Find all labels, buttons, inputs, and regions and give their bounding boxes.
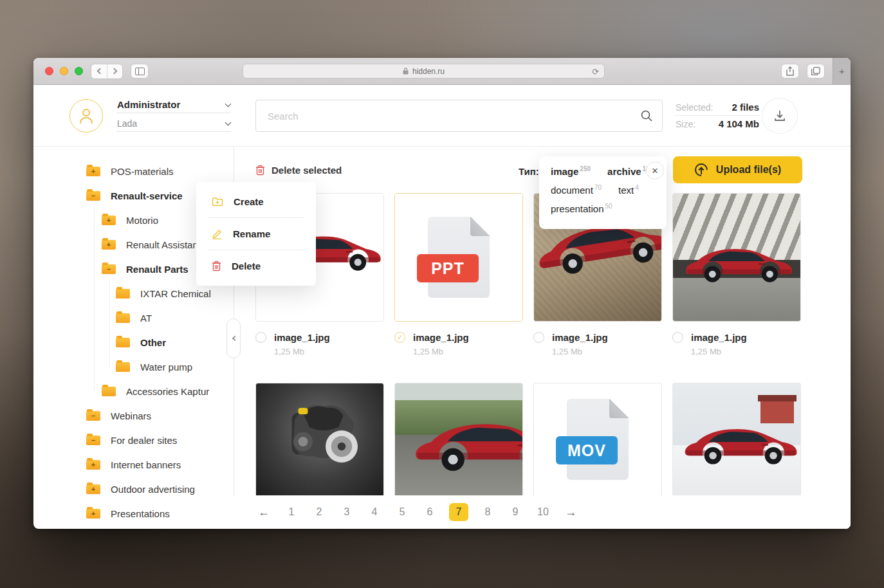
next-page-button[interactable]: → xyxy=(562,503,579,521)
mov-file-thumbnail: MOV xyxy=(534,383,661,495)
filter-image[interactable]: image250 xyxy=(551,165,591,177)
collapse-minus-icon: – xyxy=(86,436,100,445)
tab-overview-button[interactable] xyxy=(807,64,825,78)
file-size: 1,25 Mb xyxy=(552,347,662,356)
sidebar-item-at[interactable]: AT xyxy=(33,306,234,330)
window-controls xyxy=(45,67,83,75)
sidebar-toggle-button[interactable] xyxy=(131,64,149,78)
role-dropdown[interactable]: Administrator xyxy=(117,99,230,113)
url-text: hidden.ru xyxy=(412,67,445,76)
search-input[interactable] xyxy=(255,100,663,132)
file-checkbox-checked[interactable]: ✓ xyxy=(394,332,405,343)
sidebar-item-water-pump[interactable]: Water pump xyxy=(33,354,234,379)
share-button[interactable] xyxy=(781,64,799,78)
filter-document[interactable]: document70 xyxy=(551,184,602,196)
chevron-left-icon xyxy=(232,336,237,341)
address-bar[interactable]: hidden.ru ⟳ xyxy=(243,64,605,78)
folder-icon xyxy=(116,313,130,323)
file-checkbox[interactable] xyxy=(255,332,266,343)
collapse-minus-icon: – xyxy=(102,264,116,274)
sidebar-item-pos-materials[interactable]: + POS-materials xyxy=(33,159,234,183)
folder-icon xyxy=(116,362,130,372)
ppt-file-thumbnail: PPT xyxy=(395,194,522,321)
brand-label: Lada xyxy=(117,118,137,129)
file-checkbox[interactable] xyxy=(533,332,544,343)
check-icon: ✓ xyxy=(397,333,403,342)
page-button-2[interactable]: 2 xyxy=(311,503,327,521)
context-menu-create[interactable]: Create xyxy=(196,186,316,217)
minimize-window-button[interactable] xyxy=(60,67,68,75)
forward-icon xyxy=(111,68,117,75)
upload-files-button[interactable]: Upload file(s) xyxy=(673,156,802,183)
folder-icon: – xyxy=(86,191,100,201)
folder-icon: – xyxy=(86,436,100,445)
selection-summary: Selected: 2 files Size: 4 104 Mb xyxy=(676,99,759,132)
expand-plus-icon: + xyxy=(102,240,116,250)
reload-button[interactable]: ⟳ xyxy=(592,67,599,77)
file-checkbox[interactable] xyxy=(672,332,683,343)
page-button-7-current[interactable]: 7 xyxy=(449,503,468,521)
search-icon[interactable] xyxy=(641,110,652,122)
type-filter-panel: image250 archive10 document70 text4 pres… xyxy=(539,156,667,229)
file-name: image_1.jpg xyxy=(552,332,608,343)
filter-text[interactable]: text4 xyxy=(618,184,639,196)
avatar[interactable] xyxy=(69,99,103,133)
collapse-minus-icon: – xyxy=(86,191,100,201)
lock-icon xyxy=(403,68,409,75)
sidebar-item-for-dealer-sites[interactable]: – For dealer sites xyxy=(33,428,234,452)
close-window-button[interactable] xyxy=(45,67,53,75)
trash-icon xyxy=(255,165,265,176)
document-icon: MOV xyxy=(567,399,629,480)
back-button[interactable] xyxy=(91,64,107,78)
tree-connector xyxy=(109,280,110,367)
selected-value: 2 files xyxy=(732,102,759,113)
mov-badge: MOV xyxy=(556,436,618,464)
folder-icon: + xyxy=(86,509,100,519)
page-button-1[interactable]: 1 xyxy=(283,503,300,521)
sidebar-item-other[interactable]: Other xyxy=(33,330,234,354)
new-tab-button[interactable]: + xyxy=(833,58,851,84)
download-selected-button[interactable] xyxy=(762,98,798,134)
prev-page-button[interactable]: ← xyxy=(255,503,272,521)
sidebar-item-presentations[interactable]: + Presentations xyxy=(33,501,234,526)
page-button-6[interactable]: 6 xyxy=(421,503,438,521)
sidebar-item-accessories-kaptur[interactable]: Accessories Kaptur xyxy=(33,379,234,403)
page-button-10[interactable]: 10 xyxy=(535,503,551,521)
search-box xyxy=(255,100,663,132)
context-menu-rename[interactable]: Rename xyxy=(196,218,316,250)
sidebar-item-webinars[interactable]: – Webinars xyxy=(33,403,234,428)
file-card[interactable] xyxy=(672,383,801,495)
folder-icon: + xyxy=(102,240,116,250)
file-size: 1,25 Mb xyxy=(691,347,801,356)
page-button-8[interactable]: 8 xyxy=(479,503,496,521)
sidebar-item-internet-banners[interactable]: + Internet banners xyxy=(33,452,234,477)
forward-button[interactable] xyxy=(107,64,122,78)
file-card[interactable]: MOV xyxy=(533,383,662,495)
zoom-window-button[interactable] xyxy=(75,67,83,75)
page-button-5[interactable]: 5 xyxy=(394,503,410,521)
folder-icon: + xyxy=(102,216,116,225)
filter-archive[interactable]: archive10 xyxy=(607,165,650,177)
share-icon xyxy=(786,66,794,76)
file-name: image_1.jpg xyxy=(413,332,469,343)
page-button-4[interactable]: 4 xyxy=(366,503,383,521)
file-card[interactable] xyxy=(394,383,523,495)
user-icon xyxy=(78,107,94,124)
folder-icon: + xyxy=(86,484,100,494)
nav-buttons xyxy=(91,64,123,79)
brand-dropdown[interactable]: Lada xyxy=(117,118,230,132)
sidebar-collapse-handle[interactable] xyxy=(226,318,241,358)
page-button-3[interactable]: 3 xyxy=(338,503,355,521)
page-button-9[interactable]: 9 xyxy=(507,503,524,521)
file-card[interactable]: image_1.jpg 1,25 Mb xyxy=(672,193,801,356)
filter-presentation[interactable]: presentation50 xyxy=(551,203,612,214)
download-icon xyxy=(773,109,786,122)
filter-close-button[interactable]: ✕ xyxy=(646,161,664,179)
delete-selected-button[interactable]: Delete selected xyxy=(255,165,342,176)
file-card[interactable] xyxy=(255,383,384,495)
folder-icon: – xyxy=(86,411,100,421)
close-icon: ✕ xyxy=(652,166,659,176)
context-menu-delete[interactable]: Delete xyxy=(196,250,316,282)
file-card-selected[interactable]: PPT ✓ image_1.jpg 1,25 Mb xyxy=(394,193,523,356)
sidebar-item-outdoor-advertising[interactable]: + Outdoor advertising xyxy=(33,477,234,501)
